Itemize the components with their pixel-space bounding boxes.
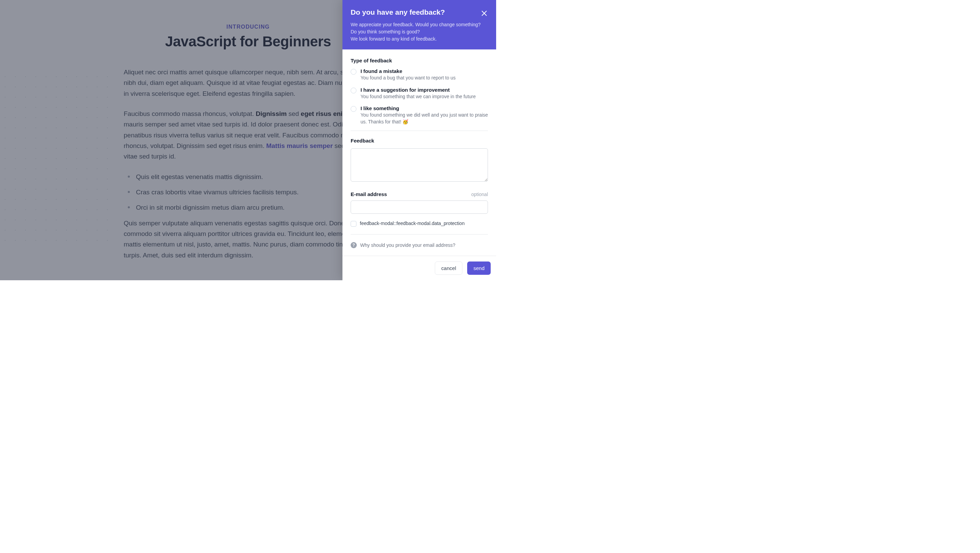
feedback-option-like[interactable]: I like something You found something we … [351, 105, 488, 125]
option-description: You found something that we can improve … [361, 93, 476, 100]
close-icon [480, 10, 488, 17]
panel-title: Do you have any feedback? [351, 8, 488, 16]
option-title: I have a suggestion for improvement [361, 87, 476, 93]
panel-subtitle: We appreciate your feedback. Would you c… [351, 21, 488, 43]
optional-label: optional [471, 191, 488, 197]
feedback-option-suggestion[interactable]: I have a suggestion for improvement You … [351, 87, 488, 100]
data-protection-label: feedback-modal::feedback-modal.data_prot… [360, 221, 465, 226]
email-info-row[interactable]: ? Why should you provide your email addr… [351, 242, 488, 248]
email-label: E-mail address [351, 191, 387, 197]
feedback-textarea[interactable] [351, 148, 488, 182]
subtitle-line: We appreciate your feedback. Would you c… [351, 22, 481, 34]
feedback-label: Feedback [351, 138, 488, 143]
option-title: I like something [361, 105, 488, 111]
panel-body: Type of feedback I found a mistake You f… [342, 49, 496, 256]
data-protection-checkbox-row[interactable]: feedback-modal::feedback-modal.data_prot… [351, 221, 488, 227]
email-input[interactable] [351, 201, 488, 214]
option-description: You found a bug that you want to report … [361, 75, 456, 81]
checkbox-icon [351, 221, 356, 227]
feedback-panel: Do you have any feedback? We appreciate … [342, 0, 496, 280]
option-description: You found something we did well and you … [361, 112, 488, 125]
question-icon: ? [351, 242, 357, 248]
divider [351, 131, 488, 131]
subtitle-line: We look forward to any kind of feedback. [351, 36, 437, 41]
radio-icon [351, 88, 356, 93]
email-info-text: Why should you provide your email addres… [360, 242, 455, 248]
panel-footer: cancel send [342, 256, 496, 280]
radio-icon [351, 69, 356, 75]
option-title: I found a mistake [361, 68, 456, 74]
type-of-feedback-label: Type of feedback [351, 57, 488, 64]
send-button[interactable]: send [467, 261, 491, 275]
close-button[interactable] [480, 10, 488, 18]
panel-header: Do you have any feedback? We appreciate … [342, 0, 496, 49]
cancel-button[interactable]: cancel [435, 261, 462, 275]
radio-icon [351, 106, 356, 112]
feedback-option-mistake[interactable]: I found a mistake You found a bug that y… [351, 68, 488, 81]
divider [351, 234, 488, 234]
